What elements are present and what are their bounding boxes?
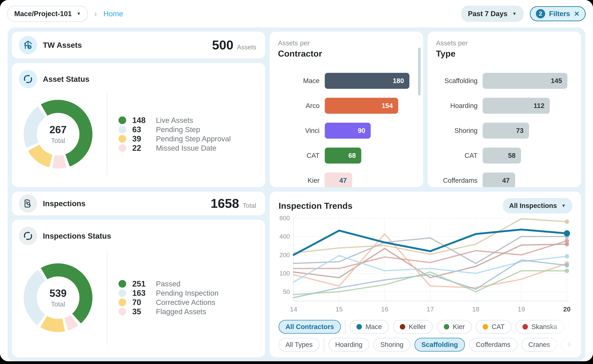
filter-chip-shoring[interactable]: Shoring xyxy=(373,338,410,351)
filter-chip-hoarding[interactable]: Hoarding xyxy=(328,338,369,351)
tw-assets-card: TW Assets 500 Assets xyxy=(12,32,265,58)
bar[interactable]: 180 xyxy=(325,73,409,89)
trend-endpoint-dot xyxy=(565,220,569,224)
legend-dot xyxy=(119,299,126,306)
bar-label: Scaffolding xyxy=(436,77,482,85)
trend-endpoint-dot xyxy=(565,269,569,273)
bar[interactable]: 47 xyxy=(325,173,352,187)
inspection-trends-chart: 8004002001005014151617181920 xyxy=(279,215,572,315)
tw-assets-title: TW Assets xyxy=(43,41,82,50)
legend-label: Pending Step Approval xyxy=(156,135,231,143)
legend-row: 163 Pending Inspection xyxy=(119,288,258,298)
assets-per-type-title: Type xyxy=(436,49,573,58)
legend-row: 70 Corrective Actions xyxy=(119,298,258,307)
chevron-down-icon: ▼ xyxy=(77,11,81,16)
chip-label: Shoring xyxy=(380,341,404,349)
x-axis-label: 14 xyxy=(290,306,297,313)
bar[interactable]: 154 xyxy=(325,98,398,114)
legend-label: Pending Step xyxy=(156,125,200,134)
bar-row: Arco 154 xyxy=(278,98,415,114)
legend-dot xyxy=(119,126,126,133)
bar-label: Hoarding xyxy=(436,102,482,110)
date-range-selector[interactable]: Past 7 Days ▼ xyxy=(461,6,523,22)
assets-per-contractor-title: Contractor xyxy=(278,49,415,58)
status-cycle-icon xyxy=(23,74,33,84)
inspections-card: Inspections 1658 Total xyxy=(12,192,265,215)
inspection-type-selector[interactable]: All Inspections ▼ xyxy=(503,198,572,213)
project-selector[interactable]: Mace/Project-101 ▼ xyxy=(7,6,88,22)
legend-row: 35 Flagged Assets xyxy=(119,307,258,316)
chip-label: All Types xyxy=(285,341,313,349)
filter-chip-mace[interactable]: Mace xyxy=(350,320,389,334)
legend-value: 148 xyxy=(132,116,150,125)
legend-dot xyxy=(119,308,126,315)
type-filter-row: All TypesHoardingShoringScaffoldingCoffe… xyxy=(279,338,572,351)
bar-row: Hoarding 112 xyxy=(436,98,573,114)
assets-per-contractor-card: Assets per Contractor Mace 180 Arco 154 … xyxy=(270,32,423,187)
legend-value: 163 xyxy=(132,288,150,298)
filter-chip-cranes[interactable]: Cranes xyxy=(521,338,557,351)
series-color-dot xyxy=(357,324,362,330)
document-search-icon xyxy=(23,199,33,208)
assets-per-type-subtitle: Assets per xyxy=(436,39,573,47)
bar[interactable]: 58 xyxy=(483,148,521,163)
chip-label: Kier xyxy=(453,323,465,331)
topbar: Mace/Project-101 ▼ › Home Past 7 Days ▼ … xyxy=(0,0,593,27)
status-cycle-icon xyxy=(23,231,33,241)
close-icon[interactable]: ✕ xyxy=(574,10,580,18)
asset-status-card: Asset Status 267 Total 148 Live Assets 6… xyxy=(12,63,265,187)
asset-status-total: 267 xyxy=(50,124,67,136)
bar-row: Scaffolding 145 xyxy=(436,73,573,89)
filter-chip-all-contractors[interactable]: All Contractors xyxy=(279,320,341,334)
bar[interactable]: 90 xyxy=(325,123,371,139)
divider xyxy=(107,250,107,345)
asset-status-title: Asset Status xyxy=(43,75,89,84)
bar[interactable]: 112 xyxy=(483,98,550,114)
filter-chip-all-types[interactable]: All Types xyxy=(279,338,320,351)
legend-label: Live Assets xyxy=(156,116,193,124)
bar[interactable]: 68 xyxy=(325,148,361,163)
trend-endpoint-dot xyxy=(565,242,569,246)
asset-status-legend: 148 Live Assets 63 Pending Step 39 Pendi… xyxy=(119,112,258,156)
filter-chip-skanska[interactable]: Skanska xyxy=(516,320,564,334)
inspection-trends-card: Inspection Trends All Inspections ▼ 8004… xyxy=(270,192,581,357)
breadcrumb-home-link[interactable]: Home xyxy=(103,9,123,18)
divider xyxy=(324,338,324,351)
bar-label: Cofferdams xyxy=(436,177,482,184)
chip-label: All Contractors xyxy=(285,323,334,331)
bar[interactable]: 73 xyxy=(483,123,529,139)
bar[interactable]: 145 xyxy=(483,73,567,89)
trend-endpoint-dot xyxy=(565,263,569,267)
scrollbar-thumb[interactable] xyxy=(418,48,421,96)
legend-dot xyxy=(119,144,126,152)
inspection-type-label: All Inspections xyxy=(509,202,557,209)
x-axis-label: 17 xyxy=(426,306,434,313)
filters-button[interactable]: 2 Filters ✕ xyxy=(530,6,586,21)
bar-row: Kier 47 xyxy=(278,173,415,187)
inspections-status-donut: 539 Total xyxy=(24,263,92,332)
chip-label: Skanska xyxy=(532,323,557,331)
y-axis-label: 200 xyxy=(279,252,290,258)
legend-label: Missed Issue Date xyxy=(156,144,216,152)
x-axis-label: 18 xyxy=(472,306,479,313)
filter-chip-cofferdams[interactable]: Cofferdams xyxy=(469,338,517,351)
filter-chip-vinci[interactable]: Vinci xyxy=(568,320,572,334)
legend-value: 251 xyxy=(132,279,150,288)
legend-dot xyxy=(119,135,126,143)
project-selector-label: Mace/Project-101 xyxy=(14,10,72,18)
chevron-down-icon: ▼ xyxy=(512,11,517,16)
filter-chip-cat[interactable]: CAT xyxy=(476,320,512,334)
chip-label: CAT xyxy=(492,323,505,331)
filter-chip-kier[interactable]: Kier xyxy=(437,320,472,334)
filter-chip-fence[interactable]: Fence xyxy=(561,338,572,351)
dashboard-content: TW Assets 500 Assets Asset Status xyxy=(8,27,585,361)
legend-row: 39 Pending Step Approval xyxy=(119,134,258,143)
filter-chip-scaffolding[interactable]: Scaffolding xyxy=(415,338,465,351)
legend-value: 63 xyxy=(132,125,150,134)
tw-assets-unit: Assets xyxy=(237,44,256,51)
asset-status-donut: 267 Total xyxy=(24,100,92,169)
bar[interactable]: 47 xyxy=(483,173,515,187)
contractor-bar-chart: Mace 180 Arco 154 Vinci 90 CAT 68 Kier 4… xyxy=(278,73,415,187)
filter-chip-keller[interactable]: Keller xyxy=(393,320,433,334)
bar-label: Shoring xyxy=(436,127,482,135)
